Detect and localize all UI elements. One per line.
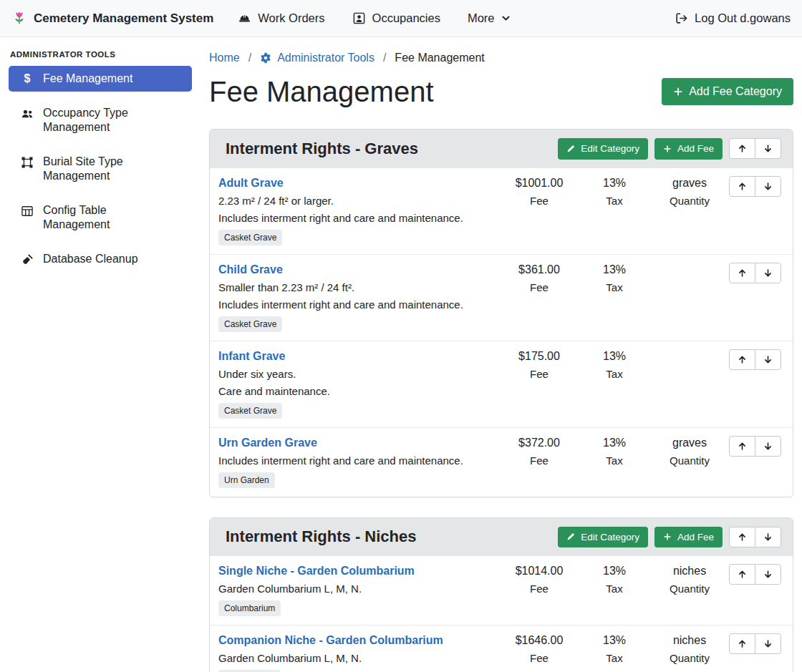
- fee-type-badge: Casket Grave: [218, 403, 282, 419]
- edit-category-label: Edit Category: [581, 532, 639, 542]
- arrow-up-icon: [738, 182, 747, 191]
- quantity-unit: niches: [647, 564, 733, 578]
- quantity-cell: niches Quantity: [647, 564, 733, 616]
- brand-link[interactable]: Cemetery Management System: [11, 11, 213, 26]
- tax-rate: 13%: [582, 176, 647, 190]
- breadcrumb-separator: /: [248, 52, 251, 64]
- fee-info: Infant Grave Under six years. Care and m…: [218, 349, 496, 419]
- pencil-icon: [566, 532, 575, 541]
- hard-hat-icon: [238, 11, 251, 25]
- category-title: Interment Rights - Niches: [226, 527, 416, 546]
- arrow-up-icon: [738, 570, 747, 579]
- nav-work-orders[interactable]: Work Orders: [238, 11, 324, 25]
- fee-description: Includes interment right and care and ma…: [218, 298, 496, 311]
- sign-out-icon: [675, 11, 688, 25]
- fee-row: Companion Niche - Garden Columbarium Gar…: [210, 625, 793, 672]
- arrow-down-icon: [763, 355, 773, 364]
- fee-description: Under six years.: [218, 367, 496, 381]
- fee-amount: $1014.00: [496, 564, 582, 578]
- vector-square-icon: [20, 155, 34, 170]
- add-fee-label: Add Fee: [677, 532, 714, 542]
- fee-name-link[interactable]: Infant Grave: [218, 349, 285, 364]
- quantity-cell: graves Quantity: [647, 176, 733, 245]
- breadcrumb-home-link[interactable]: Home: [209, 52, 240, 64]
- category-header: Interment Rights - Graves Edit Category …: [210, 130, 793, 168]
- top-navbar: Cemetery Management System Work Orders O…: [0, 0, 802, 37]
- quantity-unit: graves: [647, 176, 733, 190]
- chevron-down-icon: [501, 14, 511, 23]
- breadcrumb-separator: /: [383, 52, 386, 64]
- category-card-niches: Interment Rights - Niches Edit Category …: [209, 517, 793, 672]
- fee-label: Fee: [496, 367, 582, 381]
- sidebar-item-fee-management[interactable]: $ Fee Management: [9, 66, 192, 92]
- fee-name-link[interactable]: Single Niche - Garden Columbarium: [218, 564, 415, 578]
- move-category-down-button[interactable]: [755, 527, 781, 547]
- arrow-up-icon: [738, 532, 747, 542]
- page-title: Fee Management: [209, 74, 434, 109]
- sidebar-item-occupancy-type-management[interactable]: Occupancy Type Management: [9, 100, 192, 140]
- tax-cell: 13% Tax: [582, 633, 647, 672]
- move-category-up-button[interactable]: [729, 138, 755, 159]
- move-fee-up-button[interactable]: [729, 349, 755, 370]
- fee-row: Child Grave Smaller than 2.23 m² / 24 ft…: [210, 255, 793, 341]
- tax-label: Tax: [582, 281, 647, 294]
- fee-reorder-group: [729, 436, 781, 457]
- sidebar-item-config-table-management[interactable]: Config Table Management: [9, 198, 192, 238]
- tax-label: Tax: [582, 454, 647, 467]
- arrow-down-icon: [763, 639, 773, 648]
- quantity-label: Quantity: [647, 454, 733, 467]
- fee-name-link[interactable]: Urn Garden Grave: [218, 436, 317, 450]
- edit-category-button[interactable]: Edit Category: [558, 527, 648, 548]
- nav-more-label: More: [468, 11, 495, 25]
- fee-info: Child Grave Smaller than 2.23 m² / 24 ft…: [218, 263, 496, 332]
- fee-reorder-group: [729, 564, 781, 585]
- breadcrumb-admin-tools-link[interactable]: Administrator Tools: [260, 52, 375, 64]
- logout-link[interactable]: Log Out d.gowans: [675, 11, 791, 25]
- move-fee-down-button[interactable]: [755, 263, 781, 283]
- arrow-up-icon: [738, 639, 747, 648]
- move-fee-down-button[interactable]: [755, 564, 781, 585]
- move-fee-up-button[interactable]: [729, 564, 755, 585]
- arrow-up-icon: [738, 144, 747, 153]
- fee-amount-cell: $175.00 Fee: [496, 349, 582, 419]
- move-category-up-button[interactable]: [729, 527, 755, 547]
- edit-category-label: Edit Category: [581, 144, 639, 154]
- fee-type-badge: Casket Grave: [218, 316, 282, 332]
- move-category-down-button[interactable]: [755, 138, 781, 159]
- move-fee-up-button[interactable]: [729, 263, 755, 283]
- sidebar-item-database-cleanup[interactable]: Database Cleanup: [9, 246, 192, 273]
- add-fee-button[interactable]: Add Fee: [654, 527, 723, 548]
- fee-name-link[interactable]: Adult Grave: [218, 176, 284, 190]
- quantity-unit: graves: [647, 436, 733, 450]
- move-fee-down-button[interactable]: [755, 436, 781, 457]
- plus-icon: [663, 145, 672, 153]
- edit-category-button[interactable]: Edit Category: [558, 138, 648, 160]
- move-fee-up-button[interactable]: [729, 436, 755, 457]
- fee-label: Fee: [496, 281, 582, 294]
- fee-name-link[interactable]: Child Grave: [218, 263, 283, 277]
- quantity-unit: niches: [647, 633, 733, 648]
- fee-info: Single Niche - Garden Columbarium Garden…: [218, 564, 496, 616]
- move-fee-down-button[interactable]: [755, 349, 781, 370]
- logout-label: Log Out d.gowans: [695, 11, 791, 25]
- nav-occupancies[interactable]: Occupancies: [352, 11, 440, 25]
- fee-label: Fee: [496, 582, 582, 595]
- add-fee-button[interactable]: Add Fee: [654, 138, 723, 160]
- add-fee-category-button[interactable]: Add Fee Category: [662, 78, 793, 105]
- sidebar-item-burial-site-type-management[interactable]: Burial Site Type Management: [9, 149, 192, 189]
- tax-label: Tax: [582, 582, 647, 595]
- fee-name-link[interactable]: Companion Niche - Garden Columbarium: [218, 633, 443, 648]
- fee-label: Fee: [496, 651, 582, 665]
- move-fee-up-button[interactable]: [729, 176, 755, 197]
- tax-rate: 13%: [582, 564, 647, 578]
- fee-description: Smaller than 2.23 m² / 24 ft².: [218, 281, 496, 294]
- arrow-down-icon: [763, 570, 773, 579]
- move-fee-down-button[interactable]: [755, 176, 781, 197]
- quantity-cell-empty: [647, 263, 733, 332]
- move-fee-up-button[interactable]: [729, 633, 755, 654]
- move-fee-down-button[interactable]: [755, 633, 781, 654]
- arrow-up-icon: [738, 442, 747, 451]
- category-header: Interment Rights - Niches Edit Category …: [210, 518, 793, 557]
- fee-amount-cell: $1001.00 Fee: [496, 176, 582, 245]
- nav-more[interactable]: More: [468, 11, 511, 25]
